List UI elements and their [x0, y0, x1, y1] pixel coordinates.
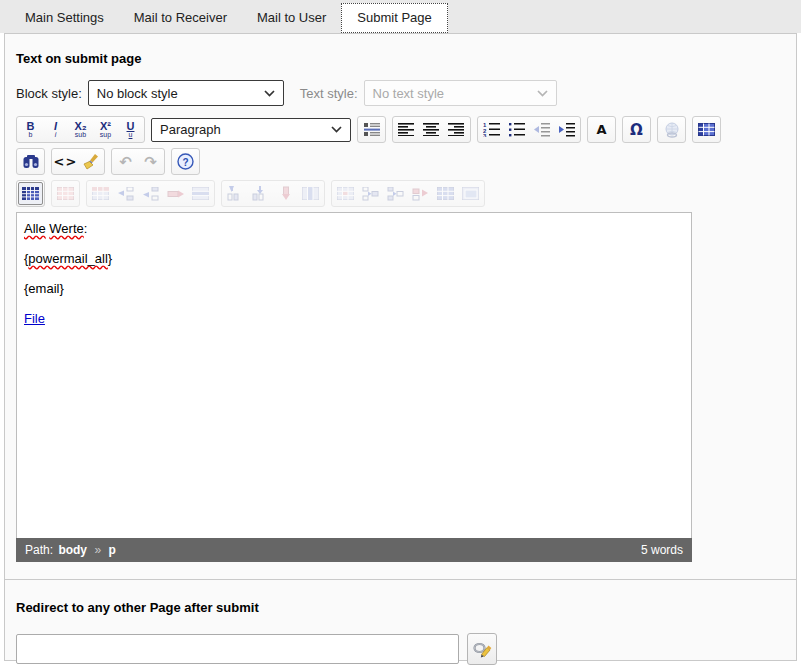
- format-group: B b I i X₂ sub X² sup U u: [16, 116, 145, 143]
- editor-paragraph: Alle Werte:: [24, 221, 684, 236]
- help-button[interactable]: ?: [173, 150, 198, 173]
- editor-paragraph: File: [24, 311, 684, 326]
- submit-page-panel: Text on submit page Block style: No bloc…: [4, 33, 797, 661]
- globe-link-icon: [663, 122, 681, 138]
- redo-button: ↷: [138, 150, 163, 173]
- unordered-list-button[interactable]: [504, 118, 529, 141]
- justify-right-button[interactable]: [444, 118, 469, 141]
- cell-properties-icon: [337, 187, 354, 200]
- rte-section: Text on submit page Block style: No bloc…: [5, 34, 796, 562]
- rte-status-bar: Path: body » p 5 words: [16, 538, 692, 562]
- block-style-select[interactable]: No block style: [88, 80, 284, 106]
- find-group: [16, 148, 45, 175]
- insert-cell-after-button: [383, 182, 408, 205]
- rte-toolbar-row-2: <> ↶ ↷: [16, 148, 785, 175]
- block-format-select[interactable]: Paragraph: [151, 118, 351, 142]
- align-center-icon: [423, 123, 440, 136]
- table-properties-group: [51, 180, 80, 207]
- merge-cells-icon: [437, 187, 454, 200]
- cell-operations-group: [331, 180, 485, 207]
- column-operations-group: [221, 180, 325, 207]
- align-right-icon: [448, 123, 465, 136]
- insert-row-before-button: [113, 182, 138, 205]
- insert-column-before-button: [223, 182, 248, 205]
- help-group: ?: [171, 148, 200, 175]
- ordered-list-button[interactable]: 1 2 3: [479, 118, 504, 141]
- table-properties-button: [53, 182, 78, 205]
- tab-main-settings[interactable]: Main Settings: [10, 0, 119, 33]
- editor-paragraph: {email}: [24, 281, 684, 296]
- text-color-button[interactable]: A: [589, 118, 614, 141]
- tab-mail-to-receiver[interactable]: Mail to Receiver: [119, 0, 242, 33]
- bold-button[interactable]: B b: [18, 118, 43, 141]
- path-label: Path:: [25, 543, 53, 557]
- hr-group: [357, 116, 386, 143]
- redirect-page-input[interactable]: [16, 634, 459, 664]
- word-count: 5 words: [641, 543, 683, 557]
- insert-table-button[interactable]: [694, 118, 719, 141]
- text-style-select: No text style: [364, 80, 557, 106]
- row-properties-button: [88, 182, 113, 205]
- chevron-down-icon: [537, 90, 548, 97]
- block-format-value: Paragraph: [160, 122, 221, 137]
- block-style-value: No block style: [97, 86, 178, 101]
- ordered-list-icon: 1 2 3: [483, 122, 501, 137]
- toggle-borders-button[interactable]: [18, 182, 43, 205]
- italic-button[interactable]: I i: [43, 118, 68, 141]
- insert-row-after-button: [138, 182, 163, 205]
- delete-column-icon: [278, 186, 294, 201]
- binoculars-icon: [22, 154, 40, 169]
- path-node-body[interactable]: body: [58, 543, 87, 557]
- redirect-row: [16, 633, 785, 665]
- chevron-down-icon: [331, 126, 342, 133]
- editor-paragraph: {powermail_all}: [24, 251, 684, 266]
- source-clean-group: <>: [51, 148, 105, 175]
- justify-center-button[interactable]: [419, 118, 444, 141]
- insert-cell-before-button: [358, 182, 383, 205]
- undo-redo-group: ↶ ↷: [111, 148, 165, 175]
- split-row-button: [188, 182, 213, 205]
- block-style-label: Block style:: [16, 86, 82, 101]
- superscript-button[interactable]: X² sup: [93, 118, 118, 141]
- link-wizard-button[interactable]: [467, 633, 497, 665]
- broom-icon: [82, 154, 100, 170]
- insert-column-after-button: [248, 182, 273, 205]
- remove-format-button[interactable]: [78, 150, 103, 173]
- tab-mail-to-user[interactable]: Mail to User: [242, 0, 341, 33]
- rte-toolbar-row-3: [16, 180, 785, 207]
- outdent-button: [529, 118, 554, 141]
- list-indent-group: 1 2 3: [477, 116, 581, 143]
- insert-cell-after-icon: [387, 187, 405, 201]
- underline-button[interactable]: U u: [118, 118, 143, 141]
- insert-special-character-button[interactable]: Ω: [624, 118, 649, 141]
- insert-row-after-icon: [142, 187, 160, 201]
- insert-cell-before-icon: [362, 187, 380, 201]
- split-column-icon: [302, 187, 319, 200]
- inserttable-group: [692, 116, 721, 143]
- file-link[interactable]: File: [24, 311, 45, 326]
- subscript-button[interactable]: X₂ sub: [68, 118, 93, 141]
- rte-editor-area[interactable]: Alle Werte: {powermail_all} {email} File: [16, 212, 692, 538]
- path-node-p[interactable]: p: [108, 543, 115, 557]
- split-cell-icon: [462, 187, 479, 200]
- delete-row-button: [163, 182, 188, 205]
- split-row-icon: [192, 187, 209, 200]
- link-pencil-icon: [473, 641, 492, 658]
- text-style-value: No text style: [373, 86, 445, 101]
- tab-submit-page[interactable]: Submit Page: [341, 3, 447, 33]
- view-source-button[interactable]: <>: [53, 150, 78, 173]
- toggle-borders-group: [16, 180, 45, 207]
- text-style-label: Text style:: [300, 86, 358, 101]
- horizontal-rule-icon: [363, 122, 381, 137]
- split-column-button: [298, 182, 323, 205]
- delete-column-button: [273, 182, 298, 205]
- justify-left-button[interactable]: [394, 118, 419, 141]
- tab-bar: Main Settings Mail to Receiver Mail to U…: [0, 0, 801, 33]
- svg-text:?: ?: [182, 157, 188, 168]
- find-replace-button[interactable]: [18, 150, 43, 173]
- indent-button[interactable]: [554, 118, 579, 141]
- link-group: [657, 116, 686, 143]
- insert-horizontal-rule-button[interactable]: [359, 118, 384, 141]
- help-icon: ?: [177, 153, 194, 170]
- rte-toolbar-row-1: B b I i X₂ sub X² sup U u: [16, 116, 785, 143]
